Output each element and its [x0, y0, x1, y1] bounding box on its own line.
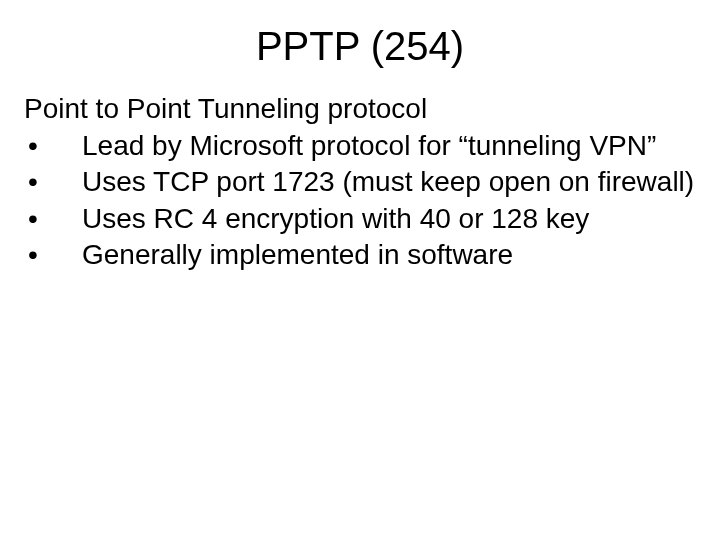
slide-subtitle: Point to Point Tunneling protocol: [24, 91, 696, 126]
bullet-text: Uses RC 4 encryption with 40 or 128 key: [82, 201, 696, 237]
list-item: • Uses RC 4 encryption with 40 or 128 ke…: [24, 201, 696, 237]
slide: PPTP (254) Point to Point Tunneling prot…: [0, 0, 720, 540]
bullet-text: Lead by Microsoft protocol for “tunnelin…: [82, 128, 696, 164]
slide-title: PPTP (254): [24, 24, 696, 69]
bullet-icon: •: [24, 237, 82, 273]
bullet-icon: •: [24, 128, 82, 164]
bullet-text: Uses TCP port 1723 (must keep open on fi…: [82, 164, 696, 200]
bullet-icon: •: [24, 201, 82, 237]
bullet-text: Generally implemented in software: [82, 237, 696, 273]
list-item: • Uses TCP port 1723 (must keep open on …: [24, 164, 696, 200]
bullet-icon: •: [24, 164, 82, 200]
bullet-list: • Lead by Microsoft protocol for “tunnel…: [24, 128, 696, 274]
list-item: • Generally implemented in software: [24, 237, 696, 273]
list-item: • Lead by Microsoft protocol for “tunnel…: [24, 128, 696, 164]
